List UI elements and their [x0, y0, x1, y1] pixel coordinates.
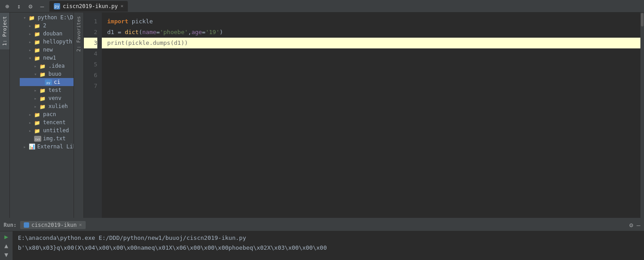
- scrollbar-thumb[interactable]: [641, 13, 644, 26]
- tree-label-douban: douban: [43, 30, 62, 37]
- folder-icon: [34, 23, 41, 28]
- python-file-icon: py: [54, 3, 60, 9]
- folder-icon: [29, 15, 36, 20]
- tree-arrow: [29, 31, 34, 36]
- run-panel: Run: ciscn2019-ikun × ⚙ — ▶ ▲ ▼ E:\anaco…: [0, 218, 644, 260]
- minimize-icon[interactable]: —: [39, 3, 46, 10]
- folder-icon: [39, 95, 47, 101]
- swap-icon[interactable]: ↕: [15, 3, 22, 10]
- tab-label: ciscn2019-ikun.py: [63, 3, 118, 9]
- line-num-7: 7: [84, 81, 97, 91]
- txt-file-icon: [34, 136, 41, 142]
- scrollbar-track[interactable]: [640, 13, 644, 218]
- tree-arrow: [34, 88, 39, 93]
- tree-arrow: [29, 48, 34, 52]
- top-bar: ⊕ ↕ ⚙ — py ciscn2019-ikun.py ×: [0, 0, 644, 13]
- tree-label-python: python E:\D: [38, 14, 73, 21]
- tree-arrow: [29, 112, 34, 117]
- run-tab-icon: [24, 222, 29, 228]
- run-tab-label: ciscn2019-ikun: [31, 222, 77, 228]
- tab-close-button[interactable]: ×: [121, 3, 124, 9]
- tree-label-hellopyth: hellopyth: [43, 39, 72, 45]
- tree-label-test: test: [48, 87, 61, 93]
- folder-icon: [34, 39, 41, 44]
- run-label: Run:: [4, 222, 17, 228]
- code-editor[interactable]: import pickle d1 = dict(name='phoebe',ag…: [102, 13, 640, 218]
- code-content: 1 2 3 4 5 6 7 import pickle d1 = dict(na…: [84, 13, 644, 218]
- python-file-icon: [45, 79, 52, 85]
- line-num-6: 6: [84, 70, 97, 81]
- tree-arrow: [34, 64, 39, 69]
- sidebar: python E:\D 2 douban hellopyth: [10, 13, 84, 218]
- folder-icon: [34, 128, 41, 133]
- editor-area: 1 2 3 4 5 6 7 import pickle d1 = dict(na…: [84, 13, 644, 218]
- tree-arrow: [23, 15, 29, 20]
- code-line-4: [107, 48, 635, 59]
- equals2: =: [202, 27, 205, 38]
- tree-label-untitled: untitled: [43, 127, 69, 134]
- folder-icon: [34, 120, 41, 125]
- run-command-line: E:\anaconda\python.exe E:/DDD/python/new…: [18, 233, 639, 243]
- folder-icon: [39, 71, 47, 77]
- tab-ciscn2019-ikun[interactable]: py ciscn2019-ikun.py ×: [49, 1, 128, 12]
- run-play-button[interactable]: ▶: [2, 233, 10, 240]
- paren5: )): [181, 38, 188, 48]
- project-tab[interactable]: 1: Project: [0, 13, 9, 49]
- tree-label-ci: ci: [54, 79, 60, 85]
- tree-label-new: new: [43, 47, 53, 53]
- tree-label-venv: venv: [48, 95, 61, 101]
- line-num-3: 3: [84, 38, 97, 48]
- run-tab[interactable]: ciscn2019-ikun ×: [20, 221, 86, 229]
- tree-label-img-txt: img.txt: [43, 135, 66, 142]
- var-d1: d1: [107, 27, 114, 38]
- tree-arrow: [29, 120, 34, 125]
- folder-icon: [39, 104, 47, 109]
- run-down-button[interactable]: ▼: [2, 251, 10, 258]
- run-command-text: E:\anaconda\python.exe E:/DDD/python/new…: [18, 234, 246, 241]
- tree-arrow: [29, 56, 34, 61]
- main-content: 1: Project python E:\D 2 douban: [0, 13, 644, 218]
- favorites-panel: 2: Favorites: [74, 13, 83, 218]
- tree-arrow: [29, 128, 34, 133]
- folder-icon: [34, 112, 41, 117]
- folder-icon: [39, 63, 47, 69]
- run-tab-close[interactable]: ×: [79, 222, 82, 228]
- line-num-2: 2: [84, 27, 97, 38]
- tree-label-2: 2: [43, 22, 46, 29]
- top-bar-icons: ⊕ ↕ ⚙ —: [4, 3, 46, 10]
- run-settings-icon[interactable]: ⚙: [629, 221, 633, 229]
- run-up-button[interactable]: ▲: [2, 242, 10, 249]
- fn-dumps: dumps: [153, 38, 170, 48]
- comma: ,: [188, 27, 191, 38]
- library-icon: 📊: [29, 143, 35, 150]
- tab-bar: py ciscn2019-ikun.py ×: [49, 1, 640, 12]
- run-content: ▶ ▲ ▼ E:\anaconda\python.exe E:/DDD/pyth…: [0, 231, 644, 260]
- paren-open: (: [139, 27, 142, 38]
- tree-arrow: [34, 72, 39, 77]
- favorites-tab[interactable]: 2: Favorites: [74, 13, 83, 55]
- code-line-3: print(pickle.dumps(d1)): [102, 38, 640, 48]
- tree-arrow: [34, 96, 39, 101]
- line-num-4: 4: [84, 48, 97, 59]
- module-pickle: pickle: [132, 16, 153, 27]
- tree-label-buuo: buuo: [48, 71, 61, 77]
- paren4: (: [170, 38, 174, 48]
- fn-dict: dict: [125, 27, 139, 38]
- param-age-kw: age: [191, 27, 202, 38]
- var-d1-2: d1: [174, 38, 181, 48]
- tree-arrow: [29, 23, 34, 28]
- folder-icon: [34, 31, 41, 36]
- str-19: '19': [205, 27, 219, 38]
- run-side-buttons: ▶ ▲ ▼: [0, 231, 13, 260]
- run-minimize-icon[interactable]: —: [637, 221, 640, 229]
- paren-close: ): [220, 27, 223, 38]
- run-panel-header: Run: ciscn2019-ikun × ⚙ —: [0, 219, 644, 231]
- settings-icon[interactable]: ⚙: [27, 3, 34, 10]
- circle-icon[interactable]: ⊕: [4, 3, 11, 10]
- equals: =: [117, 27, 121, 38]
- tree-arrow: [29, 39, 34, 44]
- tree-label-external-libs: External Libr: [37, 143, 79, 150]
- tree-label-new1: new1: [43, 55, 56, 61]
- code-line-1: import pickle: [107, 16, 635, 27]
- folder-icon: [34, 47, 41, 52]
